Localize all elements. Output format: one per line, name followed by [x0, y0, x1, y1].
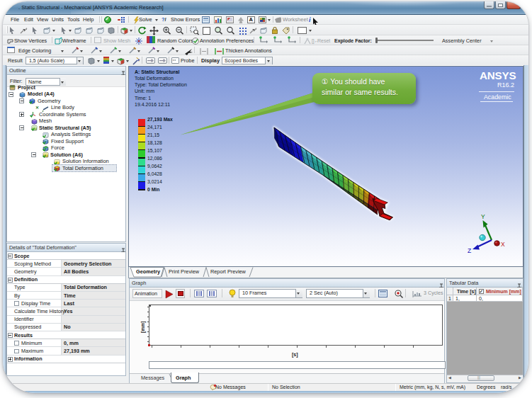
svg-text:Y: Y — [481, 213, 485, 220]
svg-text:X: X — [501, 241, 505, 248]
svg-text:Z: Z — [468, 247, 471, 254]
